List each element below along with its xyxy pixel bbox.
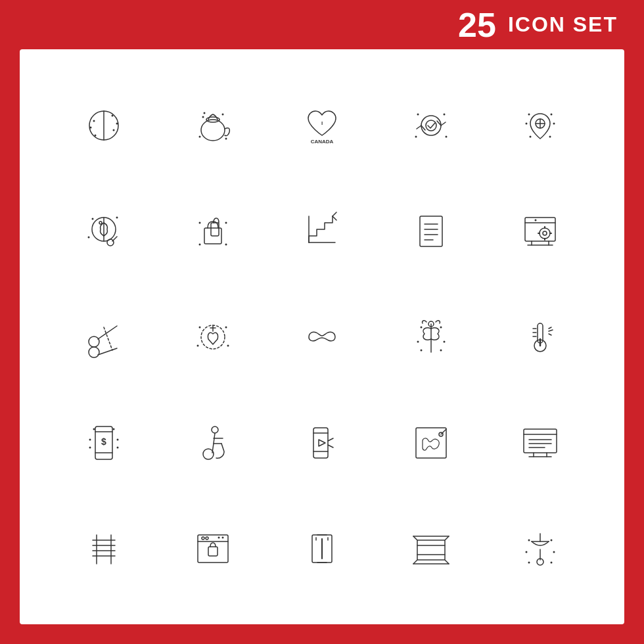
icon-mobile-video	[271, 393, 373, 492]
svg-point-4	[90, 126, 92, 128]
icon-cursor-box	[271, 499, 373, 598]
icon-document-lines	[380, 181, 482, 281]
svg-point-10	[202, 116, 204, 118]
icon-growth-stairs	[271, 181, 373, 281]
svg-point-14	[204, 112, 206, 114]
svg-point-129	[218, 536, 220, 538]
svg-point-44	[225, 221, 227, 223]
svg-point-37	[116, 216, 118, 218]
svg-point-150	[528, 539, 530, 541]
svg-point-151	[551, 539, 553, 541]
svg-point-43	[199, 221, 201, 223]
svg-point-5	[116, 122, 118, 124]
svg-point-96	[93, 428, 95, 430]
icon-health-hand	[162, 287, 264, 386]
svg-rect-49	[420, 216, 442, 246]
svg-line-143	[445, 560, 449, 564]
icon-australia-map	[380, 393, 482, 492]
svg-line-141	[445, 536, 449, 540]
icon-mustache	[271, 287, 373, 386]
svg-point-94	[89, 446, 91, 448]
icon-discount-scissors	[53, 287, 155, 386]
svg-point-127	[202, 537, 204, 540]
svg-rect-126	[208, 547, 218, 556]
icon-boxing-ring	[380, 499, 482, 598]
svg-rect-110	[524, 429, 557, 453]
icon-gift-pin	[489, 76, 591, 175]
svg-point-28	[553, 122, 555, 124]
icon-grid: I CANADA	[53, 76, 591, 598]
svg-point-80	[421, 349, 423, 351]
svg-point-56	[540, 228, 550, 239]
icon-railroad	[53, 499, 155, 598]
svg-point-63	[89, 347, 99, 357]
icon-desktop-list	[489, 393, 591, 492]
svg-line-105	[328, 438, 333, 441]
icon-refresh-check	[380, 76, 482, 175]
svg-point-152	[526, 551, 528, 553]
svg-point-92	[89, 438, 91, 440]
svg-point-19	[444, 113, 446, 115]
svg-point-2	[93, 120, 95, 122]
svg-line-46	[333, 212, 336, 216]
svg-point-27	[526, 122, 528, 124]
icon-shopping-bag	[162, 181, 264, 281]
svg-point-62	[89, 336, 99, 347]
svg-point-21	[446, 135, 448, 137]
icon-cold-thermometer	[489, 287, 591, 386]
svg-point-7	[112, 114, 114, 116]
header-title: ICON SET	[508, 12, 618, 37]
svg-point-38	[88, 236, 90, 238]
svg-line-142	[413, 560, 417, 564]
icon-half-circle	[53, 76, 155, 175]
main-container: 25 ICON SET	[0, 0, 644, 644]
svg-line-65	[98, 348, 117, 355]
svg-point-33	[99, 221, 102, 224]
svg-point-29	[530, 135, 532, 137]
svg-line-140	[413, 536, 417, 540]
svg-line-106	[328, 445, 333, 448]
svg-point-78	[417, 340, 419, 342]
svg-point-18	[417, 113, 419, 115]
svg-rect-54	[525, 218, 555, 241]
svg-point-13	[225, 137, 227, 139]
svg-point-20	[415, 135, 417, 137]
svg-point-30	[549, 135, 551, 137]
header-number: 25	[458, 5, 496, 45]
svg-point-42	[225, 243, 227, 245]
svg-line-64	[98, 326, 117, 339]
svg-point-95	[117, 446, 119, 448]
header-bar: 25 ICON SET	[0, 0, 644, 49]
svg-point-8	[201, 120, 225, 141]
svg-point-128	[206, 537, 208, 540]
icon-canada-heart: I CANADA	[271, 76, 373, 175]
svg-marker-104	[319, 440, 325, 446]
svg-text:CANADA: CANADA	[311, 139, 334, 145]
svg-line-45	[333, 216, 336, 220]
svg-point-6	[95, 134, 97, 136]
svg-point-71	[225, 326, 227, 328]
svg-point-41	[199, 243, 201, 245]
svg-point-99	[203, 449, 214, 459]
svg-point-25	[528, 113, 530, 115]
icon-mobile-dollar: $	[53, 393, 155, 492]
svg-text:$: $	[101, 436, 106, 447]
svg-point-97	[113, 428, 115, 430]
svg-point-155	[551, 561, 553, 563]
svg-point-73	[227, 344, 229, 346]
svg-point-3	[113, 129, 115, 131]
svg-point-77	[440, 326, 442, 328]
svg-point-76	[421, 326, 423, 328]
svg-point-130	[222, 536, 224, 538]
svg-rect-137	[417, 540, 445, 560]
svg-point-12	[199, 135, 201, 137]
svg-line-66	[104, 327, 112, 350]
icon-tea-pot	[162, 76, 264, 175]
icon-ceiling-lamp	[489, 499, 591, 598]
svg-point-98	[212, 426, 218, 433]
svg-point-11	[222, 113, 224, 115]
svg-point-61	[535, 219, 537, 221]
svg-point-57	[543, 231, 547, 235]
svg-point-93	[117, 438, 119, 440]
svg-point-153	[553, 551, 555, 553]
